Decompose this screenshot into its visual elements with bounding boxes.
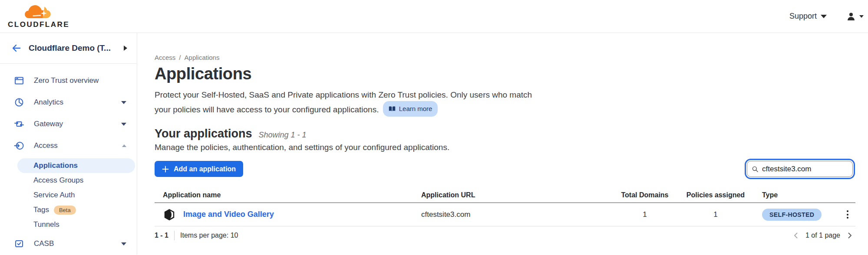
sidebar: Cloudflare Demo (T... Zero Trust overvie… xyxy=(0,33,137,255)
sidebar-item-label: Applications xyxy=(33,161,78,170)
page-description-text: Protect your Self-Hosted, SaaS and Priva… xyxy=(155,90,532,114)
search-input[interactable] xyxy=(762,165,848,173)
page-indicator: 1 of 1 page xyxy=(805,232,840,239)
application-url: cftestsite3.com xyxy=(421,210,621,219)
column-type: Type xyxy=(762,191,835,199)
sidebar-item-label: Zero Trust overview xyxy=(34,76,99,85)
access-login-icon xyxy=(14,141,24,151)
sidebar-nav: Zero Trust overview Analytics Gateway xyxy=(0,64,137,255)
cloudflare-logo[interactable]: CLOUDFLARE xyxy=(8,3,69,29)
breadcrumb-applications[interactable]: Applications xyxy=(185,54,220,61)
sidebar-item-label: Tunnels xyxy=(33,220,59,229)
user-menu[interactable] xyxy=(846,11,864,22)
sidebar-item-access[interactable]: Access xyxy=(0,135,137,157)
casb-check-icon xyxy=(14,239,24,249)
sidebar-item-tags[interactable]: Tags Beta xyxy=(17,203,135,217)
overview-window-icon xyxy=(14,75,24,86)
caret-up-icon xyxy=(122,144,126,147)
topbar: CLOUDFLARE Support xyxy=(0,0,868,33)
sidebar-item-label: Analytics xyxy=(34,98,63,107)
sidebar-item-gateway[interactable]: Gateway xyxy=(0,113,137,135)
type-badge: SELF-HOSTED xyxy=(762,209,822,221)
row-actions-menu-icon[interactable] xyxy=(845,209,850,220)
beta-badge: Beta xyxy=(54,206,76,215)
account-switcher: Cloudflare Demo (T... xyxy=(0,33,137,64)
book-icon xyxy=(389,106,396,112)
column-application-name: Application name xyxy=(155,191,421,199)
add-application-button[interactable]: Add an application xyxy=(155,161,243,177)
gateway-icon xyxy=(14,119,24,129)
sidebar-item-applications[interactable]: Applications xyxy=(17,158,135,173)
sidebar-item-access-groups[interactable]: Access Groups xyxy=(17,173,135,188)
logo-wordmark: CLOUDFLARE xyxy=(8,20,69,29)
arrow-left-icon[interactable] xyxy=(11,43,22,53)
access-submenu: Applications Access Groups Service Auth … xyxy=(0,158,137,232)
cloudflare-cloud-icon xyxy=(24,3,53,20)
sidebar-item-label: Access xyxy=(34,141,58,150)
application-search xyxy=(747,161,853,177)
learn-more-button[interactable]: Learn more xyxy=(383,101,438,117)
next-page-icon[interactable] xyxy=(846,232,854,239)
breadcrumb-separator: / xyxy=(179,54,181,61)
add-application-label: Add an application xyxy=(174,165,236,173)
analytics-pie-icon xyxy=(14,97,24,108)
sidebar-item-zero-trust-overview[interactable]: Zero Trust overview xyxy=(0,70,137,92)
column-total-domains: Total Domains xyxy=(621,191,669,199)
search-icon xyxy=(752,165,759,173)
divider xyxy=(174,231,175,240)
person-icon xyxy=(846,11,856,22)
page-title: Applications xyxy=(155,65,868,83)
expand-sidebar-icon[interactable] xyxy=(124,46,127,51)
previous-page-icon[interactable] xyxy=(792,232,800,239)
sidebar-item-tunnels[interactable]: Tunnels xyxy=(17,217,135,232)
breadcrumb-access[interactable]: Access xyxy=(155,54,175,61)
caret-down-icon xyxy=(121,101,126,104)
sidebar-item-label: Access Groups xyxy=(33,176,83,185)
applications-table: Application name Application URL Total D… xyxy=(155,187,855,226)
items-per-page[interactable]: Items per page: 10 xyxy=(180,232,238,239)
sidebar-item-label: Gateway xyxy=(34,120,63,128)
policies-assigned-value: 1 xyxy=(685,210,746,219)
plus-icon xyxy=(162,166,169,173)
toolbar: Add an application xyxy=(155,161,855,177)
column-application-url: Application URL xyxy=(421,191,621,199)
section-title: Your applications xyxy=(155,127,252,141)
sidebar-item-analytics[interactable]: Analytics xyxy=(0,92,137,113)
account-name[interactable]: Cloudflare Demo (T... xyxy=(29,43,117,53)
pagination-range: 1 - 1 xyxy=(155,232,168,239)
caret-down-icon xyxy=(821,15,827,18)
learn-more-label: Learn more xyxy=(399,102,432,115)
table-footer: 1 - 1 Items per page: 10 1 of 1 page xyxy=(155,231,855,240)
application-link[interactable]: Image and Video Gallery xyxy=(183,210,274,219)
caret-down-icon xyxy=(859,15,864,18)
sidebar-item-service-auth[interactable]: Service Auth xyxy=(17,188,135,203)
showing-count: Showing 1 - 1 xyxy=(259,131,307,140)
sidebar-item-label: CASB xyxy=(34,239,54,248)
support-menu[interactable]: Support xyxy=(789,12,827,21)
main-content: Access / Applications Applications Prote… xyxy=(137,33,868,255)
app-cube-icon xyxy=(163,208,176,221)
total-domains-value: 1 xyxy=(621,210,669,219)
section-subtitle: Manage the policies, authentication, and… xyxy=(155,143,868,152)
caret-down-icon xyxy=(121,123,126,126)
breadcrumb: Access / Applications xyxy=(155,54,868,61)
page-description: Protect your Self-Hosted, SaaS and Priva… xyxy=(155,88,550,117)
sidebar-item-casb[interactable]: CASB xyxy=(0,233,137,255)
table-row: Image and Video Gallery cftestsite3.com … xyxy=(155,203,855,226)
sidebar-item-label: Service Auth xyxy=(33,191,75,199)
support-label: Support xyxy=(789,12,817,21)
table-header-row: Application name Application URL Total D… xyxy=(155,187,855,203)
caret-down-icon xyxy=(121,242,126,245)
column-policies-assigned: Policies assigned xyxy=(685,191,746,199)
sidebar-item-label: Tags xyxy=(33,206,49,214)
